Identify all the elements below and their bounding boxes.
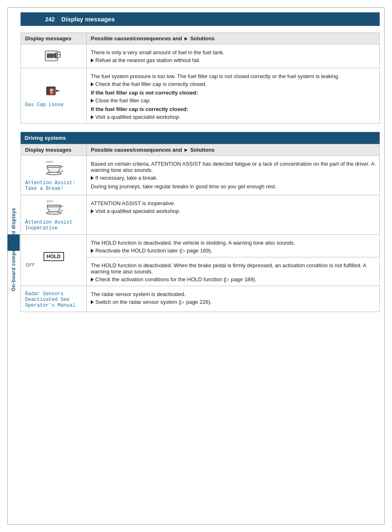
- fuel-low-bullet: Refuel at the nearest gas station withou…: [91, 57, 375, 63]
- sidebar-blue-block: [7, 234, 20, 251]
- gas-cap-bold1: If the fuel filler cap is not correctly …: [91, 90, 375, 96]
- main-content: Display messages Possible causes/consequ…: [21, 32, 380, 312]
- fuel-low-text: There is only a very small amount of fue…: [91, 49, 375, 56]
- radar-label: Radar SensorsDeactivated SeeOperator's M…: [25, 291, 82, 308]
- arrow-icon: [91, 300, 94, 304]
- attention-break-text1: Based on certain criteria, ATTENTION ASS…: [91, 161, 375, 173]
- gas-cap-icon: ⛽: [45, 84, 63, 99]
- page-title: Display messages: [61, 16, 115, 23]
- gas-cap-bullet3: Visit a qualified specialist workshop.: [91, 114, 375, 120]
- attention-inop-cell: ≈≈≈ Attention AssistInoperative: [21, 195, 87, 235]
- svg-point-14: [46, 212, 61, 214]
- svg-rect-13: [47, 205, 60, 207]
- page-border-bottom: [7, 524, 385, 525]
- table-row: ≈≈≈ Attention Assist:Take a Break! Based…: [21, 156, 380, 195]
- arrow-icon: [91, 176, 94, 180]
- svg-text:≈≈≈: ≈≈≈: [46, 199, 53, 204]
- coffee-cup-icon: ≈≈≈: [45, 159, 63, 177]
- table-row: Radar SensorsDeactivated SeeOperator's M…: [21, 286, 380, 312]
- table-row: There is only a very small amount of fue…: [21, 44, 380, 68]
- hold-text1: The HOLD function is deactivated. the ve…: [91, 240, 375, 246]
- radar-cell: Radar SensorsDeactivated SeeOperator's M…: [21, 286, 87, 312]
- gas-cap-cell: ⛽ Gas Cap Loose: [21, 68, 87, 124]
- fuel-low-cell: [21, 44, 87, 68]
- radar-bullet: Switch on the radar sensor system (▷ pag…: [91, 299, 375, 305]
- hold-label: Off: [26, 263, 82, 268]
- coffee-cup-icon2: ≈≈≈: [45, 199, 63, 217]
- arrow-icon: [91, 82, 94, 86]
- svg-text:⛽: ⛽: [49, 88, 56, 95]
- arrow-icon: [91, 99, 94, 103]
- hold-text2: The HOLD function is deactivated. When t…: [91, 262, 375, 275]
- hold-bullet1: Reactivate the HOLD function later (▷ pa…: [91, 247, 375, 254]
- svg-rect-3: [47, 53, 53, 58]
- svg-rect-10: [47, 166, 60, 167]
- gas-cap-bullet2: Close the fuel filler cap.: [91, 97, 375, 104]
- arrow-icon: [91, 58, 94, 62]
- attention-inop-bullet: Visit a qualified specialist workshop.: [91, 208, 375, 214]
- gas-cap-bold2: If the fuel filler cap is correctly clos…: [91, 106, 375, 112]
- driving-table: Display messages Possible causes/consequ…: [21, 144, 380, 312]
- arrow-icon: [91, 209, 94, 213]
- fuel-icon: [44, 48, 64, 63]
- table-row: ⛽ Gas Cap Loose The fuel system pressure…: [21, 68, 380, 124]
- hold-cell: HOLD Off: [21, 235, 87, 286]
- gas-cap-label: Gas Cap Loose: [25, 102, 82, 108]
- table-row: HOLD Off The HOLD function is deactivate…: [21, 235, 380, 286]
- table1-col1-header: Display messages: [21, 33, 87, 44]
- fuel-table: Display messages Possible causes/consequ…: [21, 32, 380, 124]
- gas-cap-content: The fuel system pressure is too low. The…: [87, 68, 380, 124]
- arrow-icon: [91, 278, 94, 282]
- attention-inop-text: ATTENTION ASSIST is inoperative.: [91, 200, 375, 206]
- gas-cap-bullet1: Check that the fuel filler cap is correc…: [91, 81, 375, 87]
- page-number: 242: [45, 16, 55, 23]
- svg-text:≈≈≈: ≈≈≈: [46, 160, 53, 164]
- attention-break-content: Based on certain criteria, ATTENTION ASS…: [87, 156, 380, 195]
- arrow-icon: [91, 115, 94, 119]
- arrow-icon: [91, 249, 94, 253]
- hold-content: The HOLD function is deactivated. the ve…: [87, 235, 380, 286]
- driving-systems-header: Driving systems: [21, 132, 380, 144]
- hold-icon: HOLD: [44, 252, 64, 261]
- attention-inop-content: ATTENTION ASSIST is inoperative. Visit a…: [87, 195, 380, 235]
- svg-point-11: [46, 172, 61, 175]
- page-header: 242 Display messages: [21, 12, 380, 26]
- attention-inop-label: Attention AssistInoperative: [25, 220, 82, 231]
- gas-cap-text1: The fuel system pressure is too low. The…: [91, 73, 375, 79]
- attention-break-text2: During long journeys, take regular break…: [91, 183, 375, 190]
- table2-col2-header: Possible causes/consequences and ► Solut…: [87, 144, 380, 156]
- hold-block2: The HOLD function is deactivated. When t…: [87, 257, 379, 286]
- table-row: ≈≈≈ Attention AssistInoperative ATTENTIO…: [21, 195, 380, 235]
- fuel-low-content: There is only a very small amount of fue…: [87, 44, 380, 68]
- radar-text: The radar sensor system is deactivated.: [91, 291, 375, 297]
- page-border-top: [7, 7, 385, 8]
- table2-col1-header: Display messages: [21, 144, 87, 156]
- attention-break-bullet1: If necessary, take a break.: [91, 175, 375, 181]
- radar-content: The radar sensor system is deactivated. …: [87, 286, 380, 312]
- page-border-right: [384, 7, 385, 525]
- hold-block1: The HOLD function is deactivated. the ve…: [87, 235, 379, 257]
- hold-bullet2: Check the activation conditions for the …: [91, 276, 375, 282]
- attention-break-cell: ≈≈≈ Attention Assist:Take a Break!: [21, 156, 87, 195]
- table1-col2-header: Possible causes/consequences and ► Solut…: [87, 33, 380, 44]
- attention-break-label: Attention Assist:Take a Break!: [25, 180, 82, 192]
